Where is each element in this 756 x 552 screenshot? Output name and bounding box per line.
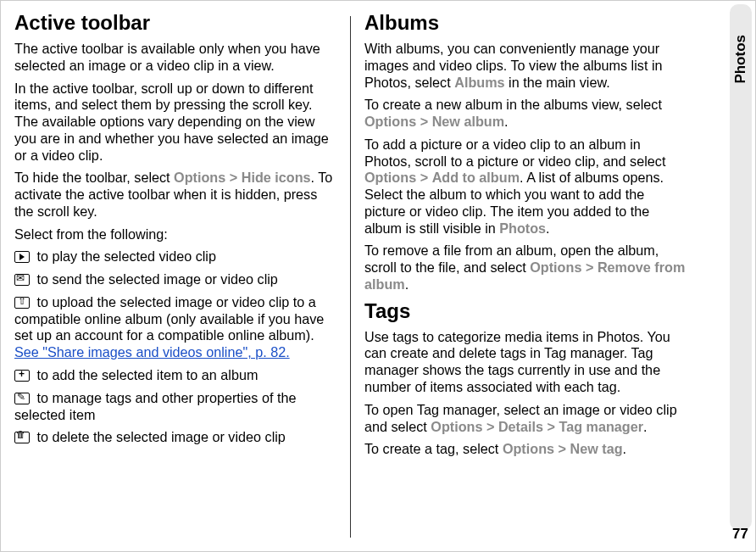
left-column: Active toolbar The active toolbar is ava… (14, 9, 350, 544)
column-divider (350, 16, 351, 538)
menu-options: Options (503, 441, 554, 456)
paragraph: Select from the following: (14, 226, 336, 243)
text: to upload the selected image or video cl… (14, 294, 324, 343)
menu-options: Options (530, 259, 581, 275)
text: to delete the selected image or video cl… (33, 429, 286, 444)
list-item: to send the selected image or video clip (14, 271, 336, 288)
text: To hide the toolbar, select (14, 170, 174, 185)
paragraph: In the active toolbar, scroll up or down… (14, 81, 336, 164)
manage-tags-icon (14, 393, 30, 404)
page: Photos Active toolbar The active toolbar… (0, 0, 756, 552)
menu-new-album: New album (432, 114, 504, 129)
chevron-icon: > (420, 114, 428, 129)
menu-hide-icons: Hide icons (242, 170, 311, 185)
chevron-icon: > (420, 170, 428, 185)
text: To add a picture or a video clip to an a… (364, 137, 665, 169)
add-to-album-icon (14, 370, 30, 382)
chevron-icon: > (559, 441, 566, 456)
text: . (546, 220, 550, 236)
list-item: to manage tags and other properties of t… (14, 390, 336, 424)
text: . (504, 114, 509, 129)
chevron-icon: > (230, 170, 237, 185)
heading-albums: Albums (364, 11, 687, 35)
text: in the main view. (505, 75, 610, 90)
heading-active-toolbar: Active toolbar (14, 11, 336, 35)
list-item: to add the selected item to an album (14, 367, 336, 384)
text: . (405, 276, 409, 292)
right-column: Albums With albums, you can conveniently… (364, 9, 700, 544)
menu-options: Options (431, 419, 482, 434)
app-photos: Photos (499, 220, 546, 236)
menu-tag-manager: Tag manager (559, 419, 643, 434)
list-item: to delete the selected image or video cl… (14, 429, 336, 446)
list-item: to play the selected video clip (14, 248, 336, 265)
menu-new-tag: New tag (570, 441, 623, 456)
menu-options: Options (364, 170, 416, 185)
side-tab-label: Photos (732, 35, 749, 84)
paragraph: To hide the toolbar, select Options > Hi… (14, 170, 336, 220)
paragraph: To remove a file from an album, open the… (364, 243, 687, 293)
list-item: to upload the selected image or video cl… (14, 294, 336, 361)
text: . (623, 441, 627, 456)
paragraph: To create a new album in the albums view… (364, 97, 687, 131)
menu-albums: Albums (454, 75, 504, 90)
text: to add the selected item to an album (33, 367, 258, 382)
paragraph: Use tags to categorize media items in Ph… (364, 329, 687, 396)
play-icon (14, 251, 30, 263)
chevron-icon: > (548, 419, 555, 434)
menu-details: Details (498, 419, 543, 434)
paragraph: To open Tag manager, select an image or … (364, 402, 687, 436)
text: to send the selected image or video clip (33, 271, 278, 287)
text: To create a new album in the albums view… (364, 97, 662, 112)
text: . (643, 419, 648, 434)
paragraph: The active toolbar is available only whe… (14, 41, 336, 75)
delete-icon (14, 432, 30, 443)
paragraph: To add a picture or a video clip to an a… (364, 137, 687, 237)
content: Active toolbar The active toolbar is ava… (1, 1, 713, 552)
upload-icon (14, 297, 30, 309)
link-share-online[interactable]: See "Share images and videos online", p.… (14, 344, 290, 360)
text: to manage tags and other properties of t… (14, 390, 296, 422)
chevron-icon: > (486, 419, 494, 434)
heading-tags: Tags (364, 299, 687, 323)
paragraph: To create a tag, select Options > New ta… (364, 441, 687, 458)
paragraph: With albums, you can conveniently manage… (364, 41, 687, 91)
text: to play the selected video clip (33, 248, 216, 264)
menu-options: Options (174, 170, 225, 185)
chevron-icon: > (586, 259, 593, 275)
page-number: 77 (732, 526, 748, 543)
send-icon (14, 274, 30, 286)
menu-add-to-album: Add to album (432, 170, 520, 185)
side-tab: Photos (730, 4, 752, 530)
menu-options: Options (364, 114, 416, 129)
text: To create a tag, select (364, 441, 503, 456)
